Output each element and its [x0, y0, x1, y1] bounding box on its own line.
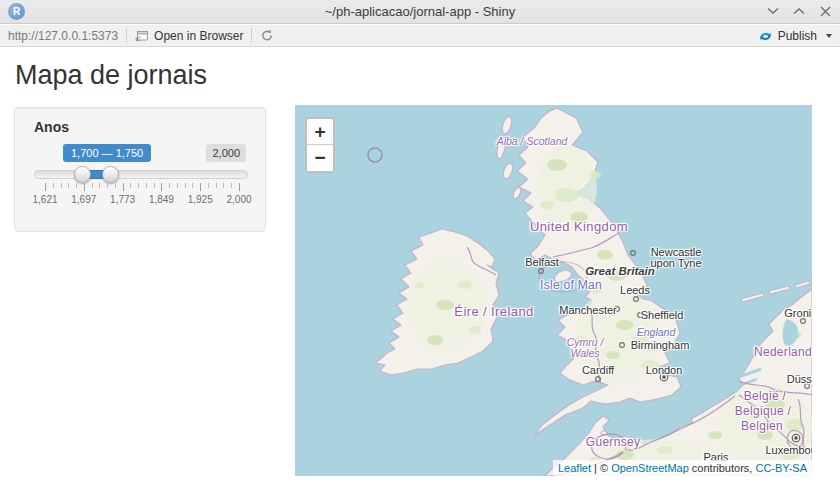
toolbar-separator — [251, 28, 252, 43]
map-label-ireland: Éire / Ireland — [454, 304, 533, 319]
map-circle-marker — [368, 148, 382, 162]
map-label-belfast: Belfast — [525, 256, 559, 268]
map-label-london: London — [646, 364, 683, 376]
tick-label: 1,849 — [149, 194, 174, 205]
slider-max-label: 2,000 — [206, 144, 246, 162]
slider-title: Anos — [34, 119, 69, 135]
app-url-label: http://127.0.0.1:5373 — [8, 29, 118, 43]
slider-handle-from[interactable] — [74, 166, 91, 183]
slider-track[interactable] — [34, 170, 248, 179]
map-label-cardiff: Cardiff — [582, 364, 614, 376]
attribution-text: | © — [591, 462, 611, 474]
close-icon[interactable] — [818, 4, 832, 18]
toolbar-separator — [126, 28, 127, 43]
tick-label: 1,621 — [32, 194, 57, 205]
map-label-dusseldorf: Düsseldorf — [787, 373, 812, 385]
map-label-scotland: Alba / Scotland — [497, 135, 568, 147]
map-label-sheffield: Sheffield — [641, 309, 684, 321]
minimize-icon[interactable] — [766, 4, 780, 18]
sidebar-panel: Anos 1,700 — 1,750 2,000 1,621 1,697 1,7… — [14, 107, 266, 232]
window-titlebar: R ~/ph-aplicacao/jornal-app - Shiny — [0, 0, 840, 24]
map-zoom-control: + − — [305, 117, 335, 173]
map-attribution: Leaflet | © OpenStreetMap contributors, … — [553, 460, 812, 476]
attribution-text: contributors, — [689, 462, 756, 474]
maximize-icon[interactable] — [792, 4, 806, 18]
tick-label: 2,000 — [226, 194, 251, 205]
map-label-nederland: Nederland — [754, 345, 812, 359]
open-in-browser-label: Open in Browser — [154, 29, 243, 43]
map-label-belgie: België / — [744, 389, 786, 403]
map-label-england: England — [637, 326, 676, 338]
open-in-browser-button[interactable]: Open in Browser — [135, 29, 243, 43]
window-title: ~/ph-aplicacao/jornal-app - Shiny — [0, 4, 840, 19]
zoom-in-button[interactable]: + — [307, 119, 333, 145]
slider-grid: 1,621 1,697 1,773 1,849 1,925 2,000 — [34, 183, 248, 207]
viewer-toolbar: http://127.0.0.1:5373 Open in Browser — [0, 25, 840, 47]
map-label-united-kingdom: United Kingdom — [530, 219, 628, 234]
map-label-newcastle-2: upon Tyne — [650, 257, 701, 269]
rstudio-shiny-window: R ~/ph-aplicacao/jornal-app - Shiny http… — [0, 0, 840, 495]
map-label-birmingham: Birmingham — [631, 339, 690, 351]
map-label-leeds: Leeds — [620, 284, 650, 296]
map-label-guernsey: Guernsey — [586, 435, 640, 449]
slider-range-tooltip: 1,700 — 1,750 — [63, 144, 151, 162]
openstreetmap-link[interactable]: OpenStreetMap — [611, 462, 689, 474]
map-label-belgien: Belgien — [741, 419, 783, 433]
license-link[interactable]: CC-BY-SA — [755, 462, 807, 474]
tick-label: 1,925 — [188, 194, 213, 205]
slider-minor-ticks — [45, 183, 240, 188]
tick-label: 1,697 — [71, 194, 96, 205]
page-title: Mapa de jornais — [15, 60, 207, 91]
leaflet-map[interactable]: Alba / Scotland United Kingdom Newcastle… — [295, 105, 812, 476]
refresh-button[interactable] — [260, 29, 274, 42]
map-label-wales: Wales — [571, 347, 600, 359]
publish-label: Publish — [778, 29, 817, 43]
map-label-belgique: Belgique / — [735, 404, 791, 418]
map-label-great-britain: Great Britain — [585, 265, 655, 277]
zoom-out-button[interactable]: − — [307, 145, 333, 171]
browser-window-icon — [135, 30, 149, 42]
map-label-manchester: Manchester — [559, 304, 616, 316]
publish-dropdown-caret[interactable] — [826, 34, 832, 38]
slider-handle-to[interactable] — [102, 166, 119, 183]
leaflet-link[interactable]: Leaflet — [558, 462, 591, 474]
tick-label: 1,773 — [110, 194, 135, 205]
map-label-groningen: Groningen — [784, 307, 812, 319]
publish-icon — [758, 29, 773, 43]
map-label-isle-of-man: Isle of Man — [540, 278, 602, 292]
publish-button[interactable]: Publish — [758, 29, 817, 43]
map-label-luxembourg: Luxembourg — [765, 444, 812, 456]
refresh-icon — [260, 29, 274, 42]
